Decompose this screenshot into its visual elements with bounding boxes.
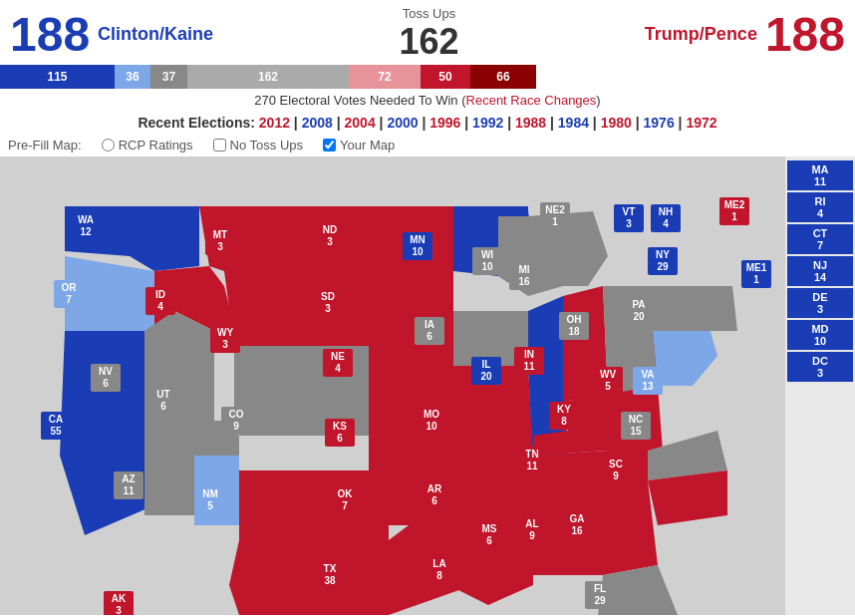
state-ev: 10: [426, 421, 436, 433]
east-state-ct[interactable]: CT7: [787, 224, 853, 254]
state-abbr: OR: [62, 282, 77, 294]
state-ev: 6: [427, 331, 432, 343]
state-ev: 3: [222, 339, 228, 351]
east-state-ma[interactable]: MA11: [787, 160, 853, 190]
east-state-md[interactable]: MD10: [787, 320, 853, 350]
state-abbr: ID: [155, 289, 165, 301]
state-ny[interactable]: NY29: [648, 247, 678, 275]
bar-dark-red2: 66: [470, 65, 536, 89]
state-ne2[interactable]: NE21: [540, 202, 570, 230]
state-sc[interactable]: SC9: [601, 457, 631, 484]
state-mo[interactable]: MO10: [417, 407, 446, 435]
state-tx[interactable]: TX38: [315, 561, 345, 589]
state-ev: 15: [630, 426, 641, 438]
state-or[interactable]: OR7: [54, 280, 84, 308]
state-ev: 7: [66, 294, 72, 306]
prefill-rcp-radio[interactable]: [102, 139, 115, 152]
prefill-notossups[interactable]: No Toss Ups: [213, 138, 309, 153]
state-tn[interactable]: TN11: [517, 447, 547, 474]
state-wv[interactable]: WV5: [593, 367, 623, 395]
state-abbr: WY: [217, 327, 233, 339]
state-ev: 3: [217, 241, 223, 253]
election-year-1992[interactable]: 1992: [472, 115, 503, 131]
state-nv[interactable]: NV6: [91, 364, 121, 392]
east-state-dc[interactable]: DC3: [787, 352, 853, 382]
state-ks[interactable]: KS6: [325, 419, 355, 447]
state-me2[interactable]: ME21: [719, 197, 749, 225]
toss-ups-value: 162: [399, 21, 458, 63]
state-ev: 38: [324, 575, 335, 587]
state-wa[interactable]: WA12: [71, 212, 101, 240]
state-ev: 4: [663, 218, 669, 230]
state-nc[interactable]: NC15: [621, 412, 651, 440]
clinton-score: 188: [10, 7, 90, 62]
state-ok[interactable]: OK7: [330, 486, 360, 514]
state-il[interactable]: IL20: [471, 357, 501, 385]
state-az[interactable]: AZ11: [114, 471, 143, 499]
state-sd[interactable]: SD3: [313, 289, 343, 317]
election-year-2008[interactable]: 2008: [302, 115, 333, 131]
state-ev: 20: [480, 371, 491, 383]
election-year-2004[interactable]: 2004: [345, 115, 376, 131]
state-pa[interactable]: PA20: [624, 297, 654, 325]
state-al[interactable]: AL9: [517, 516, 547, 544]
prefill-rcp[interactable]: RCP Ratings: [102, 138, 199, 153]
election-year-2012[interactable]: 2012: [259, 115, 290, 131]
state-la[interactable]: LA8: [425, 556, 454, 584]
state-ev: 1: [552, 216, 558, 228]
state-vt[interactable]: VT3: [614, 204, 644, 232]
state-wi[interactable]: WI10: [472, 247, 502, 275]
state-oh[interactable]: OH18: [559, 312, 589, 340]
state-mi[interactable]: MI16: [509, 262, 539, 290]
state-abbr: AR: [428, 483, 441, 495]
state-ia[interactable]: IA6: [415, 317, 444, 345]
east-state-abbr: CT: [813, 227, 828, 239]
state-ne[interactable]: NE4: [323, 349, 353, 377]
election-year-1988[interactable]: 1988: [515, 115, 546, 131]
election-year-1980[interactable]: 1980: [601, 115, 632, 131]
state-fl[interactable]: FL29: [585, 581, 615, 609]
state-abbr: NV: [99, 366, 113, 378]
state-abbr: MS: [482, 523, 497, 535]
east-state-ri[interactable]: RI4: [787, 192, 853, 222]
state-ky[interactable]: KY8: [549, 402, 579, 430]
state-nh[interactable]: NH4: [651, 204, 681, 232]
election-year-1996[interactable]: 1996: [429, 115, 460, 131]
state-ev: 1: [731, 211, 737, 223]
prefill-yourmap[interactable]: Your Map: [323, 138, 401, 153]
recent-race-changes-link[interactable]: Recent Race Changes: [466, 93, 597, 108]
election-year-1976[interactable]: 1976: [644, 115, 675, 131]
state-abbr: GA: [570, 513, 585, 525]
east-state-nj[interactable]: NJ14: [787, 256, 853, 286]
election-year-1984[interactable]: 1984: [558, 115, 589, 131]
state-ga[interactable]: GA16: [562, 511, 592, 539]
state-ca[interactable]: CA55: [41, 412, 71, 440]
state-id[interactable]: ID4: [145, 287, 175, 315]
state-va[interactable]: VA13: [633, 367, 663, 395]
prefill-yourmap-checkbox[interactable]: [323, 139, 336, 152]
election-year-1972[interactable]: 1972: [686, 115, 716, 131]
state-in[interactable]: IN11: [514, 347, 544, 375]
state-ak[interactable]: AK3: [104, 591, 134, 615]
state-ar[interactable]: AR6: [420, 481, 449, 509]
state-ms[interactable]: MS6: [474, 521, 504, 549]
east-state-abbr: MA: [811, 163, 828, 175]
east-state-abbr: DC: [812, 355, 828, 367]
state-abbr: ND: [323, 224, 337, 236]
state-co[interactable]: CO9: [221, 407, 251, 435]
state-wy-shape: [224, 271, 369, 346]
state-ut[interactable]: UT6: [148, 387, 178, 415]
state-abbr: IN: [524, 349, 534, 361]
state-nm[interactable]: NM5: [195, 486, 225, 514]
state-abbr: MI: [518, 264, 529, 276]
trump-score: 188: [765, 7, 845, 62]
state-me1[interactable]: ME11: [741, 260, 771, 288]
state-mn[interactable]: MN10: [403, 232, 432, 260]
east-state-de[interactable]: DE3: [787, 288, 853, 318]
state-mt[interactable]: MT3: [205, 227, 235, 255]
prefill-notossups-checkbox[interactable]: [213, 139, 226, 152]
election-year-2000[interactable]: 2000: [387, 115, 418, 131]
state-nd[interactable]: ND3: [315, 222, 345, 250]
state-wy[interactable]: WY3: [210, 325, 240, 353]
state-abbr: PA: [632, 299, 645, 311]
